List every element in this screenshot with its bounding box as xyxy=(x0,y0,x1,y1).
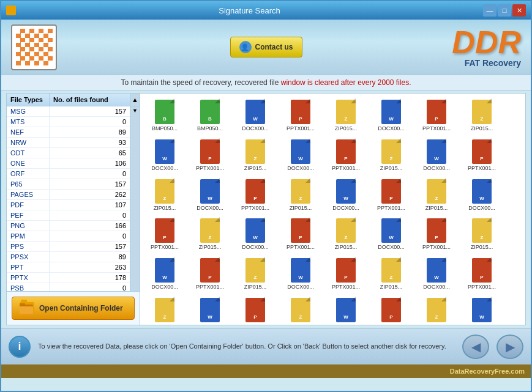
file-item[interactable]: W DOCX00... xyxy=(369,96,413,135)
left-panel: File Types No. of files found ▲ MSG157MT… xyxy=(7,94,140,325)
brand-area: DDR FAT Recovery xyxy=(452,26,521,68)
table-row[interactable]: PPS157 xyxy=(7,242,130,252)
file-item[interactable]: P PPTX001... xyxy=(188,254,232,293)
file-item[interactable]: Z ZIP015... xyxy=(324,215,368,253)
table-row[interactable]: P65157 xyxy=(7,179,130,190)
file-item[interactable]: Z ZIP015... xyxy=(369,136,413,174)
file-item[interactable]: W DOCX00... xyxy=(324,294,368,325)
file-item[interactable]: Z ZIP015... xyxy=(279,294,323,325)
info-highlight: window is cleared after every 2000 files… xyxy=(281,78,411,87)
contact-icon: 👤 xyxy=(239,41,251,53)
file-item[interactable]: W DOCX00... xyxy=(369,215,413,253)
app-icon xyxy=(6,6,16,15)
header: 👤 Contact us DDR FAT Recovery xyxy=(1,20,531,75)
file-item[interactable]: Z ZIP015... xyxy=(460,215,504,253)
file-item[interactable]: P PPTX001... xyxy=(369,176,413,214)
file-item[interactable]: Z ZIP015... xyxy=(369,254,413,293)
table-row[interactable]: MSG157 xyxy=(7,106,130,117)
col-type-header: File Types xyxy=(7,94,50,106)
scroll-down-btn[interactable]: ▼ xyxy=(132,108,138,114)
file-item[interactable]: Z ZIP015... xyxy=(279,176,323,214)
logo-image xyxy=(16,29,53,65)
info-bar: To maintain the speed of recovery, recov… xyxy=(1,75,531,91)
col-count-header: No. of files found xyxy=(50,94,130,106)
table-row[interactable]: PPTX178 xyxy=(7,273,130,283)
back-button[interactable]: ◀ xyxy=(462,335,489,359)
table-row[interactable]: ORF0 xyxy=(7,169,130,179)
file-grid[interactable]: B BMP050... B BMP050... W xyxy=(140,94,525,325)
close-button[interactable]: ✕ xyxy=(512,4,526,17)
file-item[interactable]: Z ZIP015... xyxy=(460,96,504,135)
table-row[interactable]: MTS0 xyxy=(7,117,130,127)
file-item[interactable]: W DOCX00... xyxy=(279,136,323,174)
file-item[interactable]: P PPTX001... xyxy=(324,254,368,293)
contact-button[interactable]: 👤 Contact us xyxy=(230,37,302,57)
file-item[interactable]: W DOCX00... xyxy=(460,176,504,214)
file-item[interactable]: Z ZIP015... xyxy=(233,254,277,293)
status-bar: i To view the recovered Data, please cli… xyxy=(1,328,531,364)
file-type-table[interactable]: MSG157MTS0NEF89NRW93ODT65ONE106ORF0P6515… xyxy=(7,106,130,291)
table-row[interactable]: PEF0 xyxy=(7,210,130,221)
file-item[interactable]: W DOCX00... xyxy=(143,136,187,174)
open-folder-button[interactable]: Open Containing Folder xyxy=(12,297,135,320)
file-item[interactable]: W DOCX00... xyxy=(414,254,459,293)
file-item[interactable]: P PPTX001... xyxy=(460,254,504,293)
file-item[interactable]: P PPTX001... xyxy=(233,176,277,214)
file-item[interactable]: W DOCX00... xyxy=(324,176,368,214)
table-row[interactable]: PDF107 xyxy=(7,200,130,210)
file-item[interactable]: P PPTX001... xyxy=(414,215,459,253)
file-item[interactable]: Z ZIP015... xyxy=(188,215,232,253)
vertical-scrollbar[interactable]: ▼ xyxy=(130,106,140,291)
table-header: File Types No. of files found ▲ xyxy=(7,94,140,106)
file-item[interactable]: P PPTX001... xyxy=(233,294,277,325)
table-row[interactable]: NRW93 xyxy=(7,138,130,148)
table-row[interactable]: PPT263 xyxy=(7,262,130,273)
table-row[interactable]: ODT65 xyxy=(7,148,130,158)
table-row[interactable]: PNG166 xyxy=(7,221,130,231)
file-item[interactable]: P PPTX001... xyxy=(143,215,187,253)
svg-rect-1 xyxy=(20,306,33,314)
file-item[interactable]: B BMP050... xyxy=(143,96,187,135)
file-item[interactable]: B BMP050... xyxy=(188,96,232,135)
status-text: To view the recovered Data, please click… xyxy=(38,341,455,352)
file-item[interactable]: Z ZIP015... xyxy=(233,136,277,174)
table-row[interactable]: PPM0 xyxy=(7,231,130,242)
file-item[interactable]: P PPTX001... xyxy=(324,136,368,174)
file-item[interactable]: W DOCX00... xyxy=(233,96,277,135)
maximize-button[interactable]: □ xyxy=(498,4,511,17)
table-row[interactable]: PPSX89 xyxy=(7,252,130,262)
file-item[interactable]: W DOCX00... xyxy=(414,136,459,174)
minimize-button[interactable]: — xyxy=(483,4,496,17)
table-row[interactable]: PAGES262 xyxy=(7,190,130,200)
file-item[interactable]: Z ZIP015... xyxy=(414,176,459,214)
file-item[interactable]: P PPTX001... xyxy=(414,96,459,135)
file-item[interactable]: P PPTX001... xyxy=(369,294,413,325)
forward-button[interactable]: ▶ xyxy=(496,335,523,359)
file-item[interactable]: W DOCX00... xyxy=(460,294,504,325)
file-item[interactable]: W DOCX00... xyxy=(188,176,232,214)
file-item[interactable]: Z ZIP015... xyxy=(414,294,459,325)
table-row[interactable]: NEF89 xyxy=(7,127,130,138)
file-item[interactable]: W DOCX00... xyxy=(143,254,187,293)
file-item[interactable]: P PPTX001... xyxy=(188,136,232,174)
file-item[interactable]: W DOCX00... xyxy=(233,215,277,253)
file-item[interactable]: Z ZIP015... xyxy=(324,96,368,135)
file-item[interactable]: P PPTX001... xyxy=(279,215,323,253)
table-row[interactable]: ONE106 xyxy=(7,158,130,169)
file-item[interactable]: P PPTX001... xyxy=(460,136,504,174)
scroll-up-btn[interactable]: ▲ xyxy=(130,94,140,106)
file-item[interactable]: Z ZIP015... xyxy=(143,176,187,214)
info-icon: i xyxy=(9,336,31,358)
left-panel-inner: MSG157MTS0NEF89NRW93ODT65ONE106ORF0P6515… xyxy=(7,106,140,291)
footer-text: DataRecoveryFree.com xyxy=(450,368,525,375)
footer: DataRecoveryFree.com xyxy=(1,364,531,378)
file-item[interactable]: Z ZIP015... xyxy=(143,294,187,325)
file-item[interactable]: W DOCX00... xyxy=(188,294,232,325)
folder-icon xyxy=(20,302,34,314)
file-item[interactable]: P PPTX001... xyxy=(279,96,323,135)
file-item[interactable]: W DOCX00... xyxy=(279,254,323,293)
titlebar: Signature Search — □ ✕ xyxy=(1,1,531,20)
table-row[interactable]: PSB0 xyxy=(7,283,130,291)
folder-btn-area: Open Containing Folder xyxy=(7,291,140,325)
brand-ddr: DDR xyxy=(452,26,521,58)
